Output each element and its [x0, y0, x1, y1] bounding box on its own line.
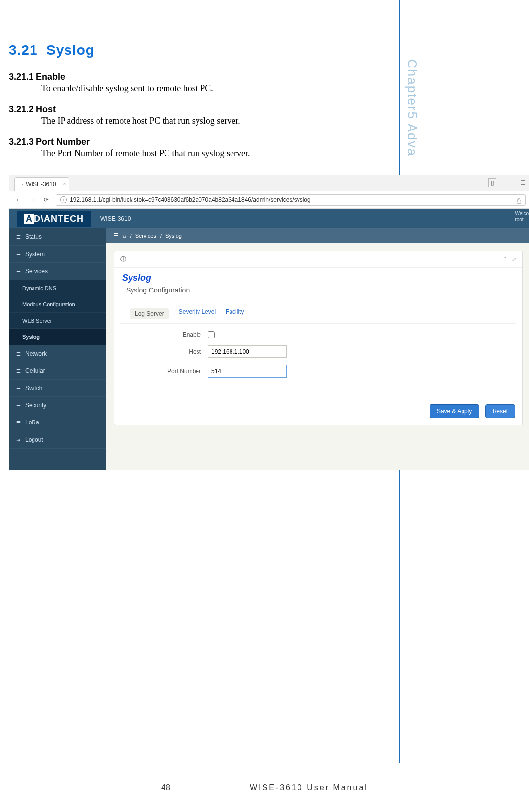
sidebar-item-cellular[interactable]: ☰Cellular	[9, 362, 106, 380]
address-bar: ← → ⟳ i 192.168.1.1/cgi-bin/luci/;stok=c…	[9, 191, 529, 209]
content-area: ☰ ⌂ / Services / Syslog ⓘ ˄ ⤢ Syslog Sys…	[106, 228, 529, 470]
url-field[interactable]: i 192.168.1.1/cgi-bin/luci/;stok=c97c403…	[56, 194, 526, 206]
forward-icon[interactable]: →	[28, 195, 37, 204]
save-apply-button[interactable]: Save & Apply	[430, 404, 479, 418]
breadcrumb-syslog: Syslog	[165, 233, 182, 239]
expand-icon[interactable]: ⤢	[512, 256, 516, 262]
subsection-host-body: The IP address of remote host PC that ru…	[41, 116, 494, 126]
panel-header: ⓘ ˄ ⤢	[114, 251, 522, 268]
syslog-form: Enable Host Port Number	[114, 324, 522, 404]
breadcrumb-sep: /	[130, 233, 132, 239]
page-number: 48	[161, 783, 171, 792]
back-icon[interactable]: ←	[14, 195, 23, 204]
panel-title: Syslog	[114, 268, 522, 284]
sidebar-item-system[interactable]: ☰System	[9, 246, 106, 263]
section-heading: 3.21 Syslog	[9, 42, 494, 58]
logout-icon: ➜	[16, 437, 21, 443]
sidebar-item-web[interactable]: WEB Server	[9, 313, 106, 329]
device-name: WISE-3610	[100, 215, 131, 222]
tab-favicon: ▫	[21, 181, 23, 188]
sidebar-item-modbus[interactable]: Modbus Configuration	[9, 296, 106, 313]
subsection-port-heading: 3.21.3 Port Number	[9, 137, 494, 147]
sidebar: ☰Status ☰System ☰Services Dynamic DNS Mo…	[9, 228, 106, 470]
welcome-text: Welcoroot	[515, 211, 529, 223]
breadcrumb-sep: /	[160, 233, 162, 239]
sidebar-item-network[interactable]: ☰Network	[9, 345, 106, 362]
enable-checkbox[interactable]	[208, 331, 215, 338]
list-icon: ☰	[16, 420, 21, 425]
tabs: Log Server Severity Level Facility	[120, 304, 516, 324]
breadcrumb: ☰ ⌂ / Services / Syslog	[106, 228, 529, 243]
menu-icon[interactable]: ☰	[114, 232, 119, 239]
minimize-icon[interactable]: —	[505, 179, 511, 186]
tab-log-server[interactable]: Log Server	[130, 308, 169, 319]
subsection-host-heading: 3.21.2 Host	[9, 104, 494, 115]
collapse-icon[interactable]: ˄	[504, 256, 507, 262]
window-controls: ▯ — ☐	[488, 178, 526, 187]
sidebar-item-syslog[interactable]: Syslog	[9, 329, 106, 345]
list-icon: ☰	[16, 386, 21, 391]
url-text: 192.168.1.1/cgi-bin/luci/;stok=c97c40363…	[70, 196, 311, 203]
sidebar-item-ddns[interactable]: Dynamic DNS	[9, 280, 106, 296]
sidebar-item-lora[interactable]: ☰LoRa	[9, 414, 106, 431]
panel: ⓘ ˄ ⤢ Syslog Syslog Configuration Log Se…	[114, 251, 523, 425]
close-icon[interactable]: ×	[63, 181, 66, 187]
subsection-port-body: The Port Number of remote host PC that r…	[41, 148, 494, 159]
list-icon: ☰	[16, 403, 21, 408]
page-footer: 48 WISE-3610 User Manual	[0, 783, 529, 792]
sidebar-item-security[interactable]: ☰Security	[9, 397, 106, 414]
tab-title: WISE-3610	[26, 181, 56, 188]
browser-tab[interactable]: ▫ WISE-3610 ×	[14, 177, 69, 191]
subsection-enable-body: To enable/disable syslog sent to remote …	[41, 83, 494, 94]
sidebar-item-status[interactable]: ☰Status	[9, 228, 106, 246]
subsection-enable-heading: 3.21.1 Enable	[9, 72, 494, 82]
list-icon: ☰	[16, 351, 21, 357]
list-icon: ☰	[16, 269, 21, 274]
host-input[interactable]	[208, 345, 287, 358]
app-topbar: AD\ANTECH WISE-3610 Welcoroot	[9, 209, 529, 228]
manual-title: WISE-3610 User Manual	[250, 783, 368, 792]
user-icon[interactable]: ▯	[488, 178, 496, 187]
list-icon: ☰	[16, 252, 21, 257]
translate-icon[interactable]: ⎙	[517, 197, 521, 205]
section-number: 3.21	[9, 42, 38, 58]
info-icon: ⓘ	[120, 255, 126, 263]
port-input[interactable]	[208, 365, 287, 378]
list-icon: ☰	[16, 368, 21, 374]
brand-text: D\ANTECH	[34, 214, 84, 224]
enable-label: Enable	[129, 331, 208, 338]
host-label: Host	[129, 348, 208, 355]
browser-tab-bar: ▫ WISE-3610 ×	[9, 175, 529, 191]
panel-subtitle: Syslog Configuration	[118, 284, 518, 300]
browser-screenshot: ▯ — ☐ ▫ WISE-3610 × ← → ⟳ i 192.168.1.1/…	[9, 175, 529, 470]
brand-logo: AD\ANTECH	[17, 211, 91, 227]
section-title: Syslog	[46, 42, 95, 58]
document-body: 3.21 Syslog 3.21.1 Enable To enable/disa…	[9, 42, 494, 159]
info-icon[interactable]: i	[60, 196, 67, 203]
tab-severity-level[interactable]: Severity Level	[179, 308, 216, 319]
list-icon: ☰	[16, 234, 21, 240]
home-icon[interactable]: ⌂	[123, 233, 126, 239]
sidebar-item-logout[interactable]: ➜Logout	[9, 431, 106, 449]
breadcrumb-services[interactable]: Services	[135, 233, 156, 239]
tab-facility[interactable]: Facility	[226, 308, 244, 319]
sidebar-item-services[interactable]: ☰Services	[9, 263, 106, 280]
sidebar-item-switch[interactable]: ☰Switch	[9, 380, 106, 397]
reload-icon[interactable]: ⟳	[42, 195, 51, 204]
port-label: Port Number	[129, 368, 208, 375]
reset-button[interactable]: Reset	[485, 404, 515, 418]
maximize-icon[interactable]: ☐	[520, 179, 526, 186]
button-row: Save & Apply Reset	[114, 404, 522, 425]
